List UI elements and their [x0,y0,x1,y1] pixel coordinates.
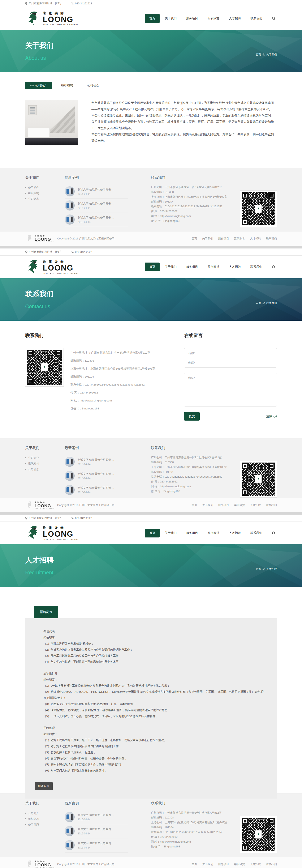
breadcrumb-home[interactable]: 首页 [256,301,261,305]
nav-services[interactable]: 服务项目 [182,14,202,23]
copyright-link-cases[interactable]: 案例欣赏 [234,503,245,507]
form-title: 在线留言 [184,333,277,339]
phone-field[interactable] [184,358,277,368]
nav-contact[interactable]: 联系我们 [246,14,267,23]
page-title: 联系我们 [25,289,277,299]
site-header: 乘龍裝飾 LOONG DISPLAYS LIMITED COMPANY 首页 关… [0,7,302,30]
copyright-link-about[interactable]: 关于我们 [202,503,213,507]
search-icon[interactable] [271,530,277,536]
submit-button[interactable]: 提交 [184,412,200,421]
job-duty: （2）熟练操作3DMAX、AUTOCAD、PHOTOSHOP、CorelDraw… [43,689,264,701]
logo-subtitle: DISPLAYS LIMITED COMPANY [43,24,79,26]
main-nav: 首页 关于我们 服务项目 案例欣赏 人才招聘 联系我们 [144,262,277,271]
case-item[interactable]: 测试文字 信欣装饰公司案例 ... 2016-04-14 [65,199,128,213]
case-item[interactable]: 测试文字 信欣装饰公司案例 ... 2016-04-14 [65,838,128,852]
tab-organization[interactable]: 组织结构 [56,82,78,89]
site-footer: 关于我们 公司简介 组织架构 公司动态 最新案例 测试文字 信欣装饰公司案例 .… [0,438,302,498]
contact-qr-code [25,348,64,386]
case-item[interactable]: 测试文字 信欣装饰公司案例 ... 2016-04-14 [65,185,128,199]
nav-cases[interactable]: 案例欣赏 [203,14,224,23]
footer-link-news[interactable]: 公司动态 [25,196,65,202]
case-item[interactable]: 测试文字 信欣装饰公司案例 ... 2016-04-14 [65,213,128,227]
nav-contact[interactable]: 联系我们 [246,529,267,537]
apply-button[interactable]: 申请职位 [35,782,53,790]
copyright-link-services[interactable]: 服务项目 [218,237,229,241]
job-duty: （4）沟通能力强，思维敏捷，有创新能力,能正确领略客户意图，能准确完整的表达自己… [43,707,264,713]
page-contact: 广州市新港东路世港一街3号 020-34262622 [0,248,302,512]
site-logo[interactable]: 乘龍裝飾 LOONG DISPLAYS LIMITED COMPANY [25,259,79,275]
contact-lines: 广州公司地址 ：广州市新港东路世港一街3号世港公寓A座812室 邮政编码：510… [70,349,172,412]
case-item[interactable]: 测试文字 信欣装饰公司案例 ... 2016-04-14 [65,824,128,838]
footer-link-news[interactable]: 公司动态 [25,466,65,472]
site-logo[interactable]: 乘龍裝飾 LOONG DISPLAYS LIMITED COMPANY [25,10,79,26]
footer-link-organization[interactable]: 组织架构 [25,816,65,822]
topbar: 广州市新港东路世港一街3号 020-34262622 [0,515,302,522]
case-item[interactable]: 测试文字 信欣装饰公司案例 ... 2016-04-14 [65,469,128,483]
copyright-link-contact[interactable]: 联系我们 [266,503,277,507]
tab-company-news[interactable]: 公司动态 [82,82,104,89]
copyright-link-about[interactable]: 关于我们 [202,237,213,241]
tab-company-profile[interactable]: 公司简介 [25,82,52,89]
logo-en: LOONG [43,16,79,23]
nav-home[interactable]: 首页 [145,529,160,537]
topbar-phone: 020-34262622 [71,251,92,253]
breadcrumb-current: 联系我们 [266,301,277,305]
footer-qr-code [240,190,277,227]
case-item[interactable]: 测试文字 信欣装饰公司案例 ... 2016-04-14 [65,810,128,824]
case-item[interactable]: 测试文字 信欣装饰公司案例 ... 2016-04-14 [65,483,128,497]
contact-info-title: 联系我们 [25,333,172,339]
tab-positions[interactable]: 招聘岗位 [34,606,58,618]
copyright-link-cases[interactable]: 案例欣赏 [234,237,245,241]
copyright-link-services[interactable]: 服务项目 [218,503,229,507]
copyright-link-jobs[interactable]: 人才招聘 [250,862,261,866]
nav-cases[interactable]: 案例欣赏 [203,529,224,537]
breadcrumb-separator-icon [263,568,265,570]
copyright-link-contact[interactable]: 联系我们 [266,237,277,241]
nav-contact[interactable]: 联系我们 [246,262,267,271]
footer-link-profile[interactable]: 公司简介 [25,810,65,816]
nav-jobs[interactable]: 人才招聘 [225,529,245,537]
copyright-link-home[interactable]: 首页 [192,503,197,507]
breadcrumb-home[interactable]: 首页 [256,567,261,571]
copyright-link-jobs[interactable]: 人才招聘 [250,503,261,507]
breadcrumb-home[interactable]: 首页 [256,53,261,57]
about-content: 公司简介 组织结构 公司动态 州市乘龙装饰工程有限公司位于 [0,72,302,168]
footer-link-profile[interactable]: 公司简介 [25,455,65,461]
copyright-link-home[interactable]: 首页 [192,237,197,241]
nav-jobs[interactable]: 人才招聘 [225,262,245,271]
case-thumbnail [65,215,75,224]
search-icon[interactable] [271,264,277,270]
nav-home[interactable]: 首页 [145,262,160,271]
nav-services[interactable]: 服务项目 [182,529,202,537]
footer-qr-code [240,461,277,498]
copyright-link-contact[interactable]: 联系我们 [266,862,277,866]
copyright-link-jobs[interactable]: 人才招聘 [250,237,261,241]
nav-about[interactable]: 关于我们 [161,14,181,23]
footer-link-profile[interactable]: 公司简介 [25,185,65,190]
intro-paragraph: 本公司将竭诚为您构建理想空间的魅力舞台，将您的所想完美实现。您的满意是我们最大的… [92,131,277,144]
nav-about[interactable]: 关于我们 [161,262,181,271]
clear-button[interactable]: 清除 [266,414,277,418]
footer-link-organization[interactable]: 组织架构 [25,461,65,466]
copyright-link-home[interactable]: 首页 [192,862,197,866]
search-icon[interactable] [271,16,277,22]
copyright-link-services[interactable]: 服务项目 [218,862,229,866]
message-field[interactable] [184,373,277,407]
job-sales-rep: 销售代表 岗位职责： （1）能独立进行客户开发/跟进和维护； （2）作好客户的咨… [43,628,264,665]
footer-link-organization[interactable]: 组织架构 [25,190,65,196]
page-recruitment: 广州市新港东路世港一街3号 020-34262622 [0,515,302,868]
case-item[interactable]: 测试文字 信欣装饰公司案例 ... 2016-04-14 [65,455,128,469]
site-logo[interactable]: 乘龍裝飾 LOONG DISPLAYS LIMITED COMPANY [25,525,79,541]
name-field[interactable] [184,348,277,358]
copyright-link-cases[interactable]: 案例欣赏 [234,862,245,866]
nav-services[interactable]: 服务项目 [182,262,202,271]
nav-cases[interactable]: 案例欣赏 [203,262,224,271]
job-duties-label: 岗位职责： [43,677,264,683]
copyright-link-about[interactable]: 关于我们 [202,862,213,866]
nav-about[interactable]: 关于我们 [161,529,181,537]
contact-line[interactable]: 网 站：http://www.singloong.com [70,397,172,405]
footer-link-news[interactable]: 公司动态 [25,822,65,827]
breadcrumb: 首页 联系我们 [256,301,277,305]
nav-home[interactable]: 首页 [145,14,160,23]
nav-jobs[interactable]: 人才招聘 [225,14,245,23]
